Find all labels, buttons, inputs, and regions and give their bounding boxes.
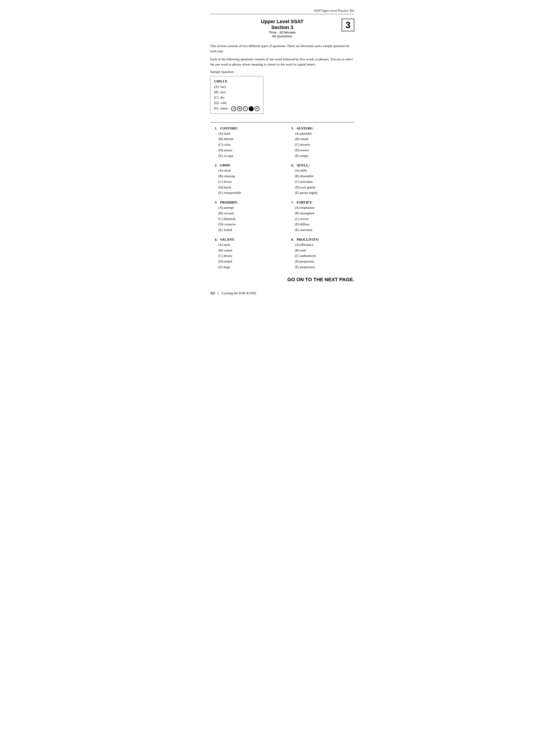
question-7-choices: (A) emphasize (B) strengthen (C) revere … xyxy=(295,205,354,233)
sample-choice-e: (E) sunny A B C E xyxy=(214,106,260,111)
title-center: Upper Level SSAT Section 3 Time - 30 Min… xyxy=(261,19,303,38)
list-item: (A) plentiful xyxy=(295,131,354,136)
column-right: 5. AUSTERE: (A) plentiful (B) ornate (C)… xyxy=(285,127,354,283)
list-item: (B) relaxing xyxy=(218,173,278,179)
question-4-choices: (A) stark (B) varied (C) dreary (D) rent… xyxy=(218,242,278,270)
list-item: (E) occupy xyxy=(218,153,278,159)
list-item: (E) surround xyxy=(295,227,354,233)
question-1: 1. CONTORT: (A) bend (B) deform (C) colo… xyxy=(210,127,278,159)
answer-circles: A B C E xyxy=(231,106,260,111)
intro-paragraph1: This section consists of two different t… xyxy=(210,43,354,54)
header-title: SSAT Upper Level Practice Test xyxy=(314,9,354,12)
list-item: (E) empty xyxy=(295,153,354,159)
circle-d-filled xyxy=(249,106,254,111)
list-item: (E) irresponsible xyxy=(218,190,278,196)
list-item: (E) huge xyxy=(218,264,278,270)
list-item: (E) forbid xyxy=(218,227,278,233)
list-item: (D) propensity xyxy=(295,259,354,264)
circle-a: A xyxy=(231,106,236,111)
list-item: (A) emphasize xyxy=(295,205,354,211)
question-6-word: 6. QUELL: xyxy=(291,163,354,167)
question-1-choices: (A) bend (B) deform (C) color (D) amuse … xyxy=(218,131,278,159)
list-item: (D) rented xyxy=(218,259,278,264)
page-header: SSAT Upper Level Practice Test xyxy=(210,9,354,14)
page-number: 322 xyxy=(210,292,215,295)
title-time: Time - 30 Minutes xyxy=(261,30,303,34)
circle-e: E xyxy=(255,106,260,111)
list-item: (C) frown xyxy=(218,179,278,185)
question-2-word: 2. GRIM: xyxy=(215,163,278,167)
sample-label: Sample Question: xyxy=(210,70,354,74)
go-on-text: GO ON TO THE NEXT PAGE. xyxy=(287,277,354,283)
list-item: (D) amuse xyxy=(218,147,278,153)
list-item: (B) tend xyxy=(295,248,354,253)
title-line1: Upper Level SSAT xyxy=(261,19,303,25)
question-1-word: 1. CONTORT: xyxy=(215,127,278,130)
section-number: 3 xyxy=(345,20,350,30)
sample-choices: (A) lazy (B) nice (C) dry (D) cold (E) s… xyxy=(214,84,260,111)
question-3-choices: (A) attempt (B) recount (C) diminish (D)… xyxy=(218,205,278,233)
list-item: (B) strengthen xyxy=(295,211,354,216)
question-3-word: 3. PROHIBIT: xyxy=(215,201,278,204)
intro-paragraph2: Each of the following questions consists… xyxy=(210,57,354,67)
question-8: 8. PROCLIVITY: (A) efficiency (B) tend (… xyxy=(287,238,354,270)
list-item: (E) proprietary xyxy=(295,264,354,270)
question-8-word: 8. PROCLIVITY: xyxy=(291,238,354,242)
list-item: (C) revere xyxy=(295,216,354,222)
footer-book-title: Cracking the SSAT & ISEE xyxy=(221,292,256,295)
question-4: 4. VACANT: (A) stark (B) varied (C) drea… xyxy=(210,238,278,270)
list-item: (E) praise highly xyxy=(295,190,354,196)
title-section: Upper Level SSAT Section 3 Time - 30 Min… xyxy=(210,19,354,38)
list-item: (C) articulate xyxy=(295,179,354,185)
go-on-area: GO ON TO THE NEXT PAGE. xyxy=(287,277,354,283)
list-item: (A) clean xyxy=(218,168,278,173)
list-item: (B) dissemble xyxy=(295,173,354,179)
question-5-choices: (A) plentiful (B) ornate (C) miserly (D)… xyxy=(295,131,354,159)
list-item: (B) varied xyxy=(218,248,278,253)
sample-choice-b: (B) nice xyxy=(214,89,260,95)
list-item: (C) diminish xyxy=(218,216,278,222)
list-item: (C) miserly xyxy=(295,142,354,147)
page-footer: 322 Cracking the SSAT & ISEE xyxy=(210,292,354,295)
question-5: 5. AUSTERE: (A) plentiful (B) ornate (C)… xyxy=(287,127,354,159)
list-item: (A) attempt xyxy=(218,205,278,211)
list-item: (C) dreary xyxy=(218,253,278,259)
list-item: (A) efficiency xyxy=(295,242,354,248)
question-7-word: 7. FORTIFY: xyxy=(291,201,354,204)
question-3: 3. PROHIBIT: (A) attempt (B) recount (C)… xyxy=(210,201,278,233)
questions-container: 1. CONTORT: (A) bend (B) deform (C) colo… xyxy=(210,127,354,283)
question-2-choices: (A) clean (B) relaxing (C) frown (D) har… xyxy=(218,168,278,196)
question-6: 6. QUELL: (A) stifle (B) dissemble (C) a… xyxy=(287,163,354,196)
circle-c: C xyxy=(243,106,248,111)
list-item: (B) recount xyxy=(218,211,278,216)
column-left: 1. CONTORT: (A) bend (B) deform (C) colo… xyxy=(210,127,285,283)
list-item: (A) stark xyxy=(218,242,278,248)
list-item: (C) authenticity xyxy=(295,253,354,259)
title-line2: Section 3 xyxy=(261,25,303,30)
title-questions: 60 Questions xyxy=(261,34,303,38)
list-item: (B) ornate xyxy=(295,136,354,142)
list-item: (D) harsh xyxy=(218,185,278,190)
question-5-word: 5. AUSTERE: xyxy=(291,127,354,130)
question-7: 7. FORTIFY: (A) emphasize (B) strengthen… xyxy=(287,201,354,233)
question-2: 2. GRIM: (A) clean (B) relaxing (C) frow… xyxy=(210,163,278,196)
question-4-word: 4. VACANT: xyxy=(215,238,278,242)
sample-choice-c: (C) dry xyxy=(214,95,260,100)
list-item: (D) severe xyxy=(295,147,354,153)
list-item: (A) stifle xyxy=(295,168,354,173)
list-item: (D) rock gently xyxy=(295,185,354,190)
circle-b: B xyxy=(237,106,242,111)
sample-word: CHILLY: xyxy=(214,79,260,84)
section-number-box: 3 xyxy=(342,19,354,31)
list-item: (B) deform xyxy=(218,136,278,142)
sample-choice-a: (A) lazy xyxy=(214,84,260,89)
question-6-choices: (A) stifle (B) dissemble (C) articulate … xyxy=(295,168,354,196)
list-item: (A) bend xyxy=(218,131,278,136)
question-8-choices: (A) efficiency (B) tend (C) authenticity… xyxy=(295,242,354,270)
list-item: (D) diffuse xyxy=(295,222,354,227)
list-item: (D) conserve xyxy=(218,222,278,227)
sample-choice-d: (D) cold xyxy=(214,100,260,106)
footer-divider xyxy=(218,292,218,295)
sample-question-box: CHILLY: (A) lazy (B) nice (C) dry (D) co… xyxy=(210,76,263,114)
list-item: (C) color xyxy=(218,142,278,147)
